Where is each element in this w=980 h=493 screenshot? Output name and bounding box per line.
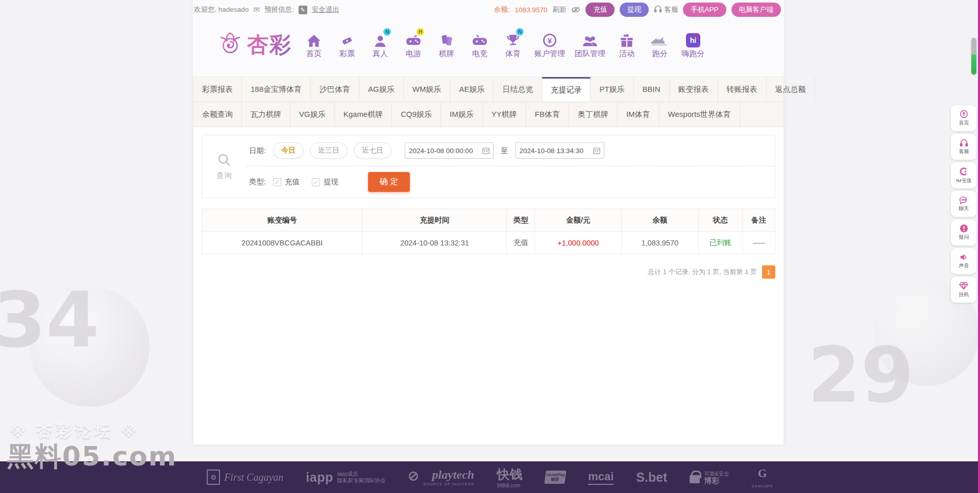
tab-vg[interactable]: VG娱乐 — [290, 102, 335, 127]
cell-change-id: 20241008VBCGACABBI — [202, 232, 362, 254]
nav-item-esports[interactable]: 电竞 — [468, 31, 492, 59]
logout-link[interactable]: 安全退出 — [312, 5, 339, 14]
unionpay-logo: UnionPay 银联 — [545, 471, 566, 484]
tab-rebate-total[interactable]: 返点总额 — [767, 77, 815, 102]
calendar-icon[interactable] — [482, 147, 489, 154]
mail-icon[interactable]: ✉ — [253, 5, 260, 14]
scrollbar-thumb[interactable] — [971, 38, 976, 75]
customer-service-link[interactable]: 客服 — [654, 5, 678, 14]
table-header-row: 账变编号 充提时间 类型 金额/元 余额 状态 备注 — [202, 209, 775, 232]
confirm-button[interactable]: 确 定 — [368, 172, 410, 192]
tab-wm[interactable]: WM娱乐 — [404, 77, 451, 102]
col-header-balance: 余额 — [622, 209, 698, 232]
withdraw-button[interactable]: 提现 — [620, 3, 649, 17]
tab-aoding-cards[interactable]: 奥丁棋牌 — [569, 102, 618, 127]
tab-lottery-report[interactable]: 彩票报表 — [193, 77, 242, 102]
nav-item-promotions[interactable]: 活动 — [615, 31, 639, 59]
date-to-field[interactable] — [516, 142, 604, 159]
quick-7days-button[interactable]: 近七日 — [354, 142, 391, 159]
cell-balance: 1,083.9570 — [622, 232, 698, 254]
account-actions-group: 余额: 1083.9570 刷新 充值 提现 客服 手机APP 电脑客户端 — [494, 3, 781, 17]
tab-ae[interactable]: AE娱乐 — [450, 77, 494, 102]
refresh-link[interactable]: 刷新 — [552, 5, 566, 14]
mobile-app-button[interactable]: 手机APP — [683, 3, 726, 17]
iapp-logo: iapp iapp成员 隐私权专家国际协会 — [306, 470, 385, 485]
magnifier-icon — [216, 152, 232, 169]
tab-pt[interactable]: PT娱乐 — [591, 77, 633, 102]
date-from-input[interactable] — [409, 147, 481, 155]
brand-logo[interactable]: 杏彩 — [216, 30, 292, 60]
sidebar-item-afk[interactable]: 挂机 — [951, 277, 976, 303]
query-label-block: 查询 — [202, 135, 246, 198]
tab-im-sports[interactable]: IM体育 — [618, 102, 659, 127]
nav-item-account-mgmt[interactable]: ¥ 账户管理 — [534, 31, 565, 59]
pagination: 总计 1 个记录, 分为 1 页, 当前第 1 页 1 — [202, 265, 775, 279]
page-1-button[interactable]: 1 — [762, 265, 775, 279]
nav-item-hi-paofen[interactable]: hi 嗨跑分 — [681, 31, 705, 59]
mcai-logo: mcai — [588, 470, 614, 485]
date-from-field[interactable] — [405, 142, 494, 159]
col-header-remark: 备注 — [742, 209, 775, 232]
edit-icon[interactable]: ✎ — [299, 6, 307, 14]
content-panel: 彩票报表 188金宝博体育 沙巴体育 AG娱乐 WM娱乐 AE娱乐 日结总览 充… — [193, 77, 784, 445]
pc-client-button[interactable]: 电脑客户端 — [731, 3, 781, 17]
checkbox-check-icon: ✓ — [312, 178, 320, 186]
deposit-checkbox[interactable]: ✓ 充值 — [273, 177, 300, 187]
sidebar-item-chat[interactable]: 聊天 — [951, 191, 976, 217]
tab-balance-query[interactable]: 余额查询 — [193, 102, 242, 127]
tab-daily-summary[interactable]: 日结总览 — [494, 77, 542, 102]
tab-saba-sports[interactable]: 沙巴体育 — [311, 77, 359, 102]
team-icon — [582, 31, 598, 47]
calendar-icon[interactable] — [593, 147, 600, 154]
hi-app-icon: hi — [686, 31, 700, 47]
search-filter-card: 查询 日期: 今日 近三日 近七日 至 — [202, 135, 775, 198]
withdraw-checkbox[interactable]: ✓ 提现 — [312, 177, 338, 187]
tab-transfer-report[interactable]: 转账报表 — [718, 77, 767, 102]
nav-item-cards[interactable]: 棋牌 — [435, 31, 458, 59]
unionpay-card-icon: UnionPay 银联 — [544, 471, 567, 484]
sidebar-item-service[interactable]: 客服 — [951, 134, 976, 160]
speaker-icon — [960, 253, 968, 261]
esports-gamepad-icon — [472, 31, 487, 47]
nav-item-home[interactable]: 首页 — [302, 31, 326, 59]
nav-item-sports[interactable]: N 体育 — [501, 31, 525, 59]
tab-yy-cards[interactable]: YY棋牌 — [483, 102, 526, 127]
sbet-logo: S.bet — [636, 470, 667, 485]
nav-item-team-mgmt[interactable]: 团队管理 — [575, 31, 605, 59]
tab-im-entertainment[interactable]: IM娱乐 — [441, 102, 483, 127]
balance-label: 余额: — [494, 5, 510, 14]
playtech-swirl-icon — [408, 471, 419, 484]
sidebar-item-question[interactable]: 疑问 — [951, 219, 976, 245]
tab-bbin[interactable]: BBIN — [634, 77, 670, 102]
sidebar-item-im-recharge[interactable]: IM充值 — [951, 162, 976, 188]
tab-188bet-sports[interactable]: 188金宝博体育 — [242, 77, 311, 102]
eye-off-icon[interactable] — [571, 6, 580, 13]
tab-wesports[interactable]: Wesports世界体育 — [659, 102, 740, 127]
tab-deposit-withdraw-records[interactable]: 充提记录 — [542, 77, 591, 102]
headset-icon — [960, 139, 968, 147]
tab-account-change-report[interactable]: 账变报表 — [670, 77, 718, 102]
col-header-status: 状态 — [698, 209, 742, 232]
nav-item-egames[interactable]: H 电游 — [402, 31, 425, 59]
nav-item-lottery[interactable]: 彩票 — [335, 31, 359, 59]
home-icon — [307, 31, 321, 47]
site-header: 杏彩 首页 彩票 N 真人 H 电游 棋牌 — [193, 17, 784, 72]
deposit-button[interactable]: 充值 — [585, 3, 615, 17]
tab-kgame[interactable]: Kgame棋牌 — [335, 102, 393, 127]
sidebar-item-sound[interactable]: 声音 — [951, 248, 976, 274]
tab-ag[interactable]: AG娱乐 — [359, 77, 404, 102]
99bill-logo: 快钱 99Bill.com — [497, 466, 523, 488]
to-label: 至 — [501, 146, 508, 156]
tab-wali-cards[interactable]: 瓦力棋牌 — [242, 102, 290, 127]
quick-3days-button[interactable]: 近三日 — [310, 142, 348, 159]
nav-item-paofen[interactable]: 跑分 — [648, 31, 672, 59]
back-to-top-icon — [960, 110, 968, 118]
nav-item-live[interactable]: N 真人 — [369, 31, 392, 59]
tab-fb-sports[interactable]: FB体育 — [526, 102, 569, 127]
top-bar: 欢迎您, hadesado ✉ 预留信息: ✎ 安全退出 余额: 1083.95… — [193, 0, 784, 17]
sidebar-item-home[interactable]: 首页 — [951, 105, 976, 131]
quick-today-button[interactable]: 今日 — [273, 142, 304, 159]
date-to-input[interactable] — [520, 147, 592, 155]
tab-cq9[interactable]: CQ9娱乐 — [392, 102, 441, 127]
records-table: 账变编号 充提时间 类型 金额/元 余额 状态 备注 20241008VBCGA… — [202, 209, 775, 254]
